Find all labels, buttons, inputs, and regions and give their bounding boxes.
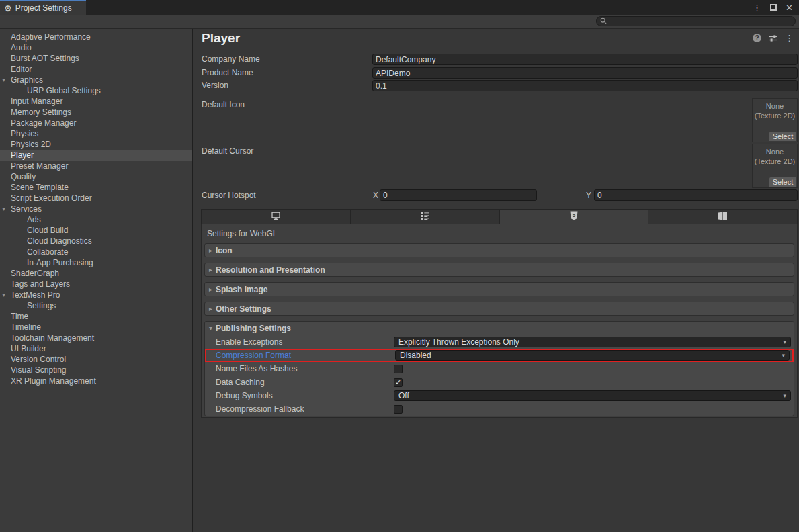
dropdown-value: Explicitly Thrown Exceptions Only — [398, 337, 519, 347]
setting-row-data-caching: Data Caching✓ — [205, 375, 794, 389]
sidebar-item-label: TextMesh Pro — [11, 290, 60, 300]
platform-tabs: 5 — [201, 209, 798, 224]
sidebar-item-scene-template[interactable]: Scene Template — [0, 182, 192, 193]
sidebar-item-toolchain-management[interactable]: Toolchain Management — [0, 332, 192, 343]
sidebar-item-cloud-diagnostics[interactable]: Cloud Diagnostics — [0, 236, 192, 247]
maximize-icon[interactable] — [770, 4, 777, 11]
name-files-as-hashes-checkbox[interactable] — [394, 365, 403, 373]
hotspot-y-field[interactable] — [594, 189, 798, 201]
help-icon[interactable]: ? — [753, 34, 761, 42]
sidebar-item-label: Time — [11, 312, 28, 321]
version-field[interactable] — [372, 80, 798, 91]
sidebar-item-graphics[interactable]: ▾Graphics — [0, 75, 192, 85]
section-header-icon[interactable]: ▸Icon — [204, 243, 794, 257]
data-caching-checkbox[interactable]: ✓ — [394, 378, 403, 387]
sidebar-item-textmesh-pro[interactable]: ▾TextMesh Pro — [0, 290, 192, 300]
sidebar-item-visual-scripting[interactable]: Visual Scripting — [0, 365, 192, 375]
section-header-resolution-and-presentation[interactable]: ▸Resolution and Presentation — [204, 263, 794, 277]
default-icon-object-field[interactable]: None (Texture 2D) Select — [752, 98, 798, 142]
setting-label: Enable Exceptions — [216, 337, 394, 347]
sidebar-item-burst-aot-settings[interactable]: Burst AOT Settings — [0, 53, 192, 64]
section-title: Splash Image — [216, 285, 267, 294]
decompression-fallback-checkbox[interactable] — [394, 405, 403, 414]
platform-tab-standalone[interactable] — [201, 209, 351, 224]
sidebar-item-timeline[interactable]: Timeline — [0, 322, 192, 332]
sidebar-item-label: Graphics — [11, 75, 43, 85]
sidebar-item-version-control[interactable]: Version Control — [0, 354, 192, 365]
product-name-label: Product Name — [202, 67, 253, 79]
foldout-open-icon: ▾ — [209, 325, 212, 332]
sidebar-item-adaptive-performance[interactable]: Adaptive Performance — [0, 32, 192, 42]
titlebar: ⚙ Project Settings ⋮ ✕ — [0, 0, 799, 15]
foldout-open-icon[interactable]: ▾ — [2, 204, 5, 214]
sidebar-item-quality[interactable]: Quality — [0, 171, 192, 182]
chevron-down-icon: ▾ — [782, 353, 785, 359]
sidebar-item-services[interactable]: ▾Services — [0, 204, 192, 214]
sidebar-item-preset-manager[interactable]: Preset Manager — [0, 161, 192, 171]
sidebar-item-physics[interactable]: Physics — [0, 128, 192, 139]
sidebar-item-editor[interactable]: Editor — [0, 64, 192, 75]
debug-symbols-dropdown[interactable]: Off▾ — [394, 390, 791, 401]
enable-exceptions-dropdown[interactable]: Explicitly Thrown Exceptions Only▾ — [394, 337, 791, 347]
foldout-closed-icon: ▸ — [209, 267, 212, 273]
sidebar-item-player[interactable]: Player — [0, 150, 192, 161]
setting-label: Debug Symbols — [216, 391, 394, 400]
default-cursor-object-field[interactable]: None (Texture 2D) Select — [752, 144, 798, 188]
sidebar-item-package-manager[interactable]: Package Manager — [0, 118, 192, 128]
sidebar-item-script-execution-order[interactable]: Script Execution Order — [0, 193, 192, 204]
sidebar-item-audio[interactable]: Audio — [0, 42, 192, 53]
platform-tab-webgl[interactable]: 5 — [500, 209, 649, 224]
sidebar-item-tags-and-layers[interactable]: Tags and Layers — [0, 279, 192, 290]
setting-row-compression-format: Compression FormatDisabled▾ — [205, 349, 794, 362]
sidebar-item-shadergraph[interactable]: ShaderGraph — [0, 268, 192, 279]
sidebar-item-label: In-App Purchasing — [27, 258, 93, 267]
html5-icon: 5 — [570, 211, 578, 223]
sidebar-item-label: Services — [11, 204, 42, 214]
window-menu-icon[interactable]: ⋮ — [753, 3, 761, 12]
sidebar-item-settings[interactable]: Settings — [0, 300, 192, 311]
section-header-other-settings[interactable]: ▸Other Settings — [204, 302, 794, 316]
sidebar-item-urp-global-settings[interactable]: URP Global Settings — [0, 85, 192, 96]
window-tab-project-settings[interactable]: ⚙ Project Settings — [0, 0, 86, 15]
search-input[interactable] — [596, 16, 796, 26]
hotspot-x-field[interactable] — [380, 189, 537, 201]
sidebar-item-physics-2d[interactable]: Physics 2D — [0, 139, 192, 150]
svg-text:5: 5 — [573, 212, 576, 218]
more-options-icon[interactable]: ⋮ — [785, 34, 794, 42]
select-button[interactable]: Select — [769, 177, 796, 187]
platform-tab-windows-store[interactable] — [648, 209, 798, 224]
section-header-splash-image[interactable]: ▸Splash Image — [204, 282, 794, 296]
sidebar-item-cloud-build[interactable]: Cloud Build — [0, 225, 192, 236]
sidebar-item-label: Player — [11, 150, 34, 160]
platform-tab-dedicated-server[interactable] — [351, 209, 500, 224]
sidebar-item-collaborate[interactable]: Collaborate — [0, 247, 192, 257]
header-icons: ? ⋮ — [753, 34, 794, 42]
select-button[interactable]: Select — [769, 132, 796, 141]
compression-format-dropdown[interactable]: Disabled▾ — [395, 350, 790, 361]
sidebar-item-label: Version Control — [11, 355, 66, 364]
sidebar-item-time[interactable]: Time — [0, 311, 192, 322]
sidebar-item-label: Memory Settings — [11, 107, 71, 117]
company-name-field[interactable] — [372, 54, 798, 65]
section-title: Resolution and Presentation — [216, 265, 325, 275]
sidebar-item-in-app-purchasing[interactable]: In-App Purchasing — [0, 257, 192, 268]
close-icon[interactable]: ✕ — [786, 3, 793, 12]
setting-row-decompression-fallback: Decompression Fallback — [205, 402, 794, 416]
sidebar-item-label: Preset Manager — [11, 161, 68, 171]
sidebar-item-ui-builder[interactable]: UI Builder — [0, 343, 192, 354]
product-name-field[interactable] — [372, 67, 798, 79]
object-field-value: None — [766, 102, 784, 110]
section-title: Icon — [216, 246, 233, 255]
object-field-value: None — [766, 148, 784, 156]
foldout-closed-icon: ▸ — [209, 306, 212, 312]
object-field-type: (Texture 2D) — [755, 157, 796, 165]
foldout-open-icon[interactable]: ▾ — [2, 75, 5, 85]
search-icon — [600, 17, 607, 25]
publishing-settings-header[interactable]: ▾ Publishing Settings — [205, 322, 794, 335]
sidebar-item-memory-settings[interactable]: Memory Settings — [0, 107, 192, 118]
presets-icon[interactable] — [769, 34, 777, 42]
sidebar-item-ads[interactable]: Ads — [0, 214, 192, 225]
foldout-open-icon[interactable]: ▾ — [2, 290, 5, 300]
sidebar-item-input-manager[interactable]: Input Manager — [0, 96, 192, 107]
sidebar-item-xr-plugin-management[interactable]: XR Plugin Management — [0, 375, 192, 386]
